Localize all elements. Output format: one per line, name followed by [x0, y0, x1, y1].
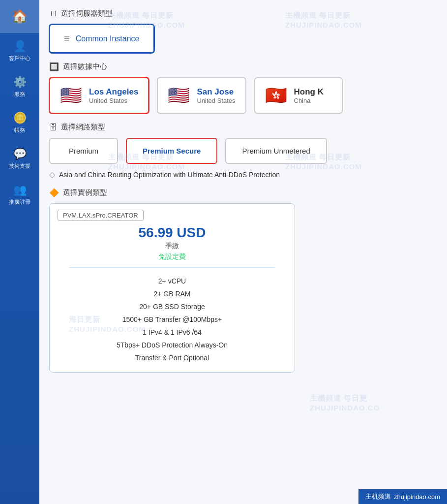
client-icon: 👤 [13, 40, 27, 53]
diamond-icon: ◇ [49, 170, 55, 179]
instance-price: 56.99 USD [50, 225, 295, 241]
sidebar-item-home[interactable]: 🏠 [0, 0, 39, 33]
common-instance-card[interactable]: ≡ Common Instance [49, 24, 154, 53]
datacenter-sj[interactable]: 🇺🇸 San Jose United States [157, 77, 246, 114]
network-header: 🗄 選擇網路類型 [49, 123, 437, 132]
network-premium-unmetered[interactable]: Premium Unmetered [225, 138, 327, 164]
spec-ddos: 5Tbps+ DDoS Protection Always-On [50, 339, 295, 351]
footer-watermark: 主机频道 zhujipindao.com [358, 489, 447, 504]
instance-tag: PVM.LAX.sPro.CREATOR [58, 210, 144, 221]
network-type-cards: Premium Premium Secure Premium Unmetered [49, 138, 437, 164]
server-type-icon: 🖥 [49, 9, 57, 18]
server-type-cards: ≡ Common Instance [49, 24, 437, 53]
spec-transfer: 1500+ GB Transfer @100Mbps+ [50, 313, 295, 326]
footer-brand: 主机频道 [365, 492, 391, 501]
instance-specs: 2+ vCPU 2+ GB RAM 20+ GB SSD Storage 150… [50, 268, 295, 372]
sidebar-item-client-center[interactable]: 👤 客戶中心 [0, 33, 39, 69]
referral-icon: 👥 [13, 184, 27, 196]
sidebar-item-referral[interactable]: 👥 推廣註冊 [0, 177, 39, 213]
datacenter-hk[interactable]: 🇭🇰 Hong K China [254, 77, 343, 114]
hk-flag: 🇭🇰 [265, 85, 287, 106]
home-icon: 🏠 [12, 9, 28, 24]
network-info: ◇ Asia and China Routing Optimization wi… [49, 170, 437, 179]
datacenter-icon: 🔲 [49, 62, 59, 71]
sidebar-item-services[interactable]: ⚙️ 服務 [0, 69, 39, 105]
network-premium-secure[interactable]: Premium Secure [126, 138, 217, 164]
services-icon: ⚙️ [13, 76, 27, 89]
sidebar: 🏠 👤 客戶中心 ⚙️ 服務 🪙 帳務 💬 技術支援 👥 推廣註冊 [0, 0, 39, 504]
server-type-header: 🖥 選擇伺服器類型 [49, 9, 437, 18]
instance-period: 季繳 [50, 242, 295, 251]
instance-free-setup: 免設定費 [50, 252, 295, 267]
datacenter-cards: 🇺🇸 Los Angeles United States 🇺🇸 San Jose… [49, 77, 437, 114]
datacenter-la[interactable]: 🇺🇸 Los Angeles United States [49, 77, 149, 114]
support-icon: 💬 [13, 148, 27, 160]
spec-ip: 1 IPv4 & 1 IPv6 /64 [50, 326, 295, 339]
server-card-icon: ≡ [64, 33, 70, 44]
spec-port: Transfer & Port Optional [50, 351, 295, 364]
instance-card[interactable]: PVM.LAX.sPro.CREATOR 56.99 USD 季繳 免設定費 2… [49, 203, 295, 373]
spec-vcpu: 2+ vCPU [50, 275, 295, 287]
instance-icon: 🔶 [49, 188, 59, 197]
network-premium[interactable]: Premium [49, 138, 118, 164]
sidebar-item-billing[interactable]: 🪙 帳務 [0, 105, 39, 141]
network-icon: 🗄 [49, 123, 57, 132]
instance-tag-area: PVM.LAX.sPro.CREATOR [50, 204, 295, 221]
instance-header: 🔶 選擇實例類型 [49, 188, 437, 197]
la-flag: 🇺🇸 [60, 85, 82, 106]
sj-flag: 🇺🇸 [168, 85, 190, 106]
footer-site: zhujipindao.com [394, 493, 440, 501]
spec-storage: 20+ GB SSD Storage [50, 300, 295, 313]
spec-ram: 2+ GB RAM [50, 287, 295, 300]
main-content: 主機頻道 每日更新 ZHUJIPINDAO.COM 主機頻道 每日更新 ZHUJ… [39, 0, 447, 504]
datacenter-header: 🔲 選擇數據中心 [49, 62, 437, 71]
billing-icon: 🪙 [13, 112, 27, 125]
sidebar-item-support[interactable]: 💬 技術支援 [0, 141, 39, 177]
